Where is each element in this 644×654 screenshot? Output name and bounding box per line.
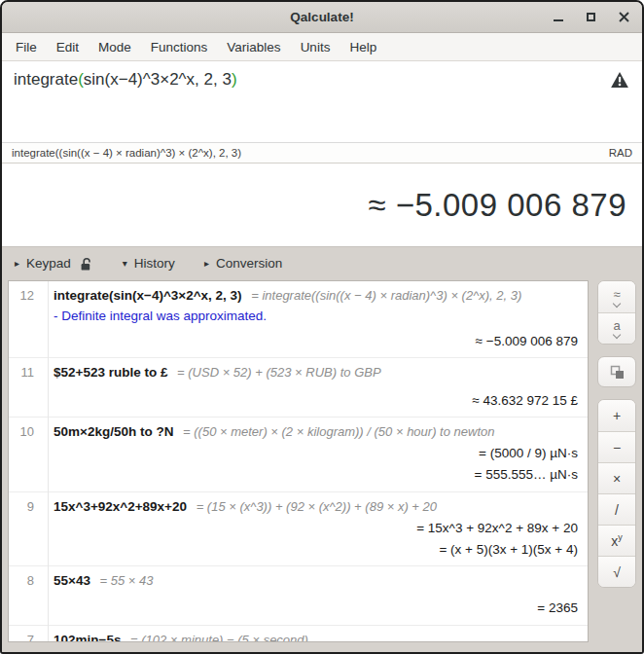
history-index: 7 — [9, 632, 42, 642]
approximation-menu-button[interactable]: ≈ — [598, 281, 635, 312]
history-input-expression[interactable]: $52+523 ruble to £ — [54, 365, 167, 380]
menu-item-help[interactable]: Help — [340, 36, 386, 58]
x-power-y-icon: xy — [611, 532, 623, 549]
copy-icon — [610, 365, 625, 380]
history-result[interactable]: ≈ −5.009 006 879 — [54, 333, 578, 350]
minimize-icon — [554, 19, 563, 21]
history-parsed-expression: = (USD × 52) + (523 × RUB) to GBP — [173, 365, 380, 380]
history-message: - Definite integral was approximated. — [54, 309, 578, 323]
copy-result-button[interactable] — [597, 356, 636, 387]
menu-item-mode[interactable]: Mode — [89, 36, 141, 58]
history-input-expression[interactable]: 15x^3+92x^2+89x+20 — [54, 499, 187, 514]
maximize-icon — [587, 13, 595, 21]
history-input-expression[interactable]: 55×43 — [54, 573, 90, 588]
history-result[interactable]: = 15x^3 + 92x^2 + 89x + 20 — [54, 520, 578, 537]
history-index: 12 — [9, 287, 42, 350]
power-button[interactable]: xy — [598, 525, 635, 556]
notation-menu-button[interactable]: a — [598, 312, 635, 344]
history-parsed-expression: = ((50 × meter) × (2 × kilogram)) / (50 … — [179, 424, 494, 439]
history-input-expression[interactable]: integrate(sin(x−4)^3×2^x, 2, 3) — [54, 288, 242, 303]
qalculate-window: Qalculate! FileEditModeFunctionsVariable… — [0, 0, 644, 654]
history-result[interactable]: = 555.555… µN·s — [54, 466, 578, 484]
menu-item-variables[interactable]: Variables — [217, 36, 290, 58]
close-icon — [619, 12, 629, 22]
multiply-button[interactable]: × — [598, 462, 635, 493]
approx-equals-icon: ≈ — [613, 288, 620, 301]
history-result[interactable]: = 2365 — [54, 600, 578, 617]
result-value: ≈ −5.009 006 879 — [368, 187, 626, 224]
parsed-expression: integrate((sin((x − 4) × radian)^3) × (2… — [12, 147, 241, 159]
divide-button[interactable]: / — [598, 493, 635, 525]
history-result[interactable]: = (x + 5)(3x + 1)(5x + 4) — [54, 541, 578, 559]
history-index: 11 — [9, 364, 42, 409]
history-index: 8 — [9, 572, 42, 617]
history-parsed-expression: = 55 × 43 — [96, 573, 154, 588]
history-entry[interactable]: 10 50m×2kg/50h to ?N = ((50 × meter) × (… — [9, 418, 588, 492]
collapsed-triangle-icon: ▸ — [204, 258, 209, 269]
history-parsed-expression: = (15 × (x^3)) + (92 × (x^2)) + (89 × x)… — [193, 499, 437, 514]
menubar: FileEditModeFunctionsVariablesUnitsHelp — [2, 33, 642, 61]
close-button[interactable] — [618, 11, 630, 23]
history-parsed-expression: = integrate((sin((x − 4) × radian)^3) × … — [248, 288, 522, 303]
unlock-icon[interactable] — [80, 257, 93, 272]
sqrt-button[interactable]: √ — [598, 556, 635, 587]
angle-mode-label: RAD — [609, 147, 632, 159]
minus-button[interactable]: − — [598, 431, 635, 462]
history-label: History — [134, 256, 175, 271]
main-content: 12 integrate(sin(x−4)^3×2^x, 2, 3) = int… — [2, 279, 642, 652]
history-expander[interactable]: ▾ History — [123, 256, 175, 271]
window-title: Qalculate! — [290, 10, 353, 24]
history-entry[interactable]: 8 55×43 = 55 × 43 = 2365 — [9, 566, 588, 625]
result-display: ≈ −5.009 006 879 — [2, 164, 642, 247]
panel-toolbar: ▸ Keypad ▾ History ▸ Conversion — [2, 247, 642, 279]
history-result[interactable]: ≈ 43.632 972 15 £ — [54, 392, 578, 410]
history-input-expression[interactable]: 102min−5s — [54, 633, 121, 642]
minimize-button[interactable] — [552, 11, 564, 23]
menu-item-file[interactable]: File — [6, 36, 47, 58]
history-input-expression[interactable]: 50m×2kg/50h to ?N — [54, 424, 173, 439]
status-bar: integrate((sin((x − 4) × radian)^3) × (2… — [2, 142, 642, 164]
history-result[interactable]: = (5000 / 9) µN·s — [54, 445, 578, 462]
history-list[interactable]: 12 integrate(sin(x−4)^3×2^x, 2, 3) = int… — [8, 280, 589, 642]
history-entry[interactable]: 9 15x^3+92x^2+89x+20 = (15 × (x^3)) + (9… — [9, 492, 588, 567]
menu-item-functions[interactable]: Functions — [141, 36, 218, 58]
history-entry[interactable]: 11 $52+523 ruble to £ = (USD × 52) + (52… — [9, 358, 588, 417]
conversion-label: Conversion — [216, 256, 282, 271]
maximize-button[interactable] — [585, 11, 597, 23]
history-entry[interactable]: 7 102min−5s = (102 × minute) − (5 × seco… — [9, 626, 588, 642]
side-button-column: ≈ a + — [597, 280, 636, 642]
warning-icon[interactable] — [611, 72, 628, 88]
history-index: 9 — [9, 498, 42, 560]
menu-item-units[interactable]: Units — [291, 36, 340, 58]
history-entry[interactable]: 12 integrate(sin(x−4)^3×2^x, 2, 3) = int… — [9, 281, 588, 358]
history-parsed-expression: = (102 × minute) − (5 × second) — [126, 633, 307, 642]
menu-item-edit[interactable]: Edit — [47, 36, 89, 58]
conversion-expander[interactable]: ▸ Conversion — [204, 256, 282, 271]
expression-text: integrate(sin(x−4)^3×2^x, 2, 3) — [14, 70, 237, 89]
keypad-expander[interactable]: ▸ Keypad — [15, 256, 93, 272]
expression-input[interactable]: integrate(sin(x−4)^3×2^x, 2, 3) — [2, 61, 642, 142]
history-index: 10 — [9, 423, 42, 485]
keypad-label: Keypad — [26, 256, 71, 271]
collapsed-triangle-icon: ▸ — [15, 258, 19, 269]
expanded-triangle-icon: ▾ — [123, 258, 127, 269]
titlebar[interactable]: Qalculate! — [2, 2, 642, 33]
plus-button[interactable]: + — [598, 400, 635, 431]
